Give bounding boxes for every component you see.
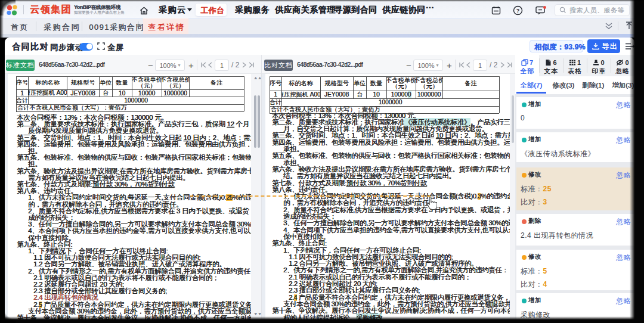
svg-text:?: ? [516, 8, 520, 14]
